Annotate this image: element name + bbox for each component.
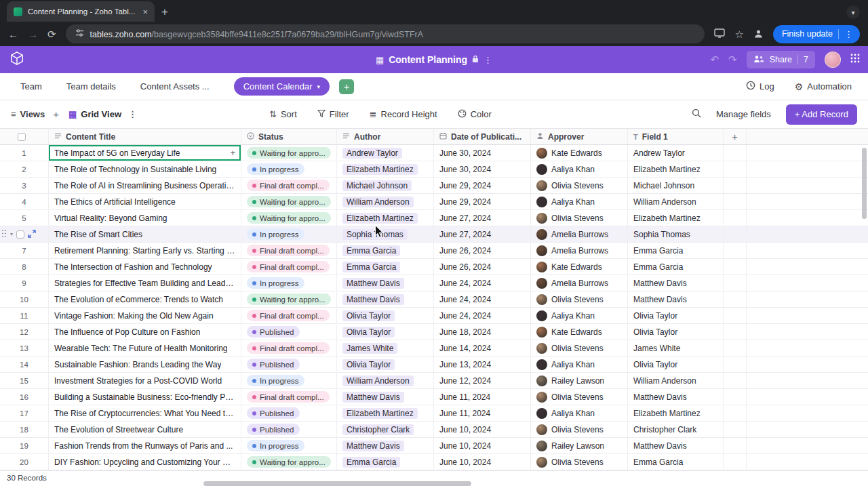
content-title-cell[interactable]: Sustainable Fashion: Brands Leading the …: [49, 357, 241, 372]
address-bar[interactable]: tables.zoho.com/basgewvgceb3584bffe9411e…: [66, 24, 705, 43]
date-cell[interactable]: June 27, 2024: [434, 226, 531, 242]
author-cell[interactable]: Sophia Thomas: [337, 226, 434, 242]
status-cell[interactable]: Final draft compl...: [241, 389, 337, 405]
table-tab-team[interactable]: Team: [20, 81, 42, 92]
field1-cell[interactable]: Olivia Taylor: [628, 324, 724, 340]
column-header-content-title[interactable]: Content Title: [49, 129, 241, 144]
status-cell[interactable]: In progress: [241, 226, 337, 242]
content-title-cell[interactable]: The Evolution of eCommerce: Trends to Wa…: [49, 291, 241, 307]
date-cell[interactable]: June 30, 2024: [434, 145, 531, 161]
field1-cell[interactable]: Michael Johnson: [628, 178, 724, 193]
row-number[interactable]: 15: [0, 373, 49, 388]
status-cell[interactable]: Waiting for appro...: [241, 145, 337, 161]
approver-cell[interactable]: Kate Edwards: [531, 145, 628, 161]
finish-update-menu-icon[interactable]: ⋮: [844, 29, 856, 39]
table-row[interactable]: 20DIY Fashion: Upcycling and Customizing…: [0, 454, 868, 470]
content-title-cell[interactable]: The Rise of Cryptocurrencies: What You N…: [49, 405, 241, 421]
row-number[interactable]: 10: [0, 291, 49, 307]
content-title-cell[interactable]: Wearable Tech: The Future of Health Moni…: [49, 340, 241, 356]
content-title-cell[interactable]: The Evolution of Streetwear Culture: [49, 422, 241, 437]
field1-cell[interactable]: Matthew Davis: [628, 438, 724, 453]
cast-icon[interactable]: [714, 28, 725, 39]
redo-icon[interactable]: ↷: [728, 54, 737, 66]
column-header-date-of-publicati[interactable]: Date of Publicati...: [434, 129, 531, 144]
status-cell[interactable]: In progress: [241, 438, 337, 453]
content-title-cell[interactable]: The Role of Technology in Sustainable Li…: [49, 161, 241, 177]
author-cell[interactable]: James White: [337, 340, 434, 356]
row-number[interactable]: 18: [0, 422, 49, 437]
row-number[interactable]: 3: [0, 178, 49, 193]
base-menu-kebab-icon[interactable]: ⋮: [484, 55, 492, 65]
field1-cell[interactable]: Christopher Clark: [628, 422, 724, 437]
table-row[interactable]: 1The Impact of 5G on Everyday Life+Waiti…: [0, 145, 868, 161]
row-number[interactable]: 13: [0, 340, 49, 356]
field1-cell[interactable]: Olivia Taylor: [628, 308, 724, 323]
row-number[interactable]: 9: [0, 275, 49, 291]
row-number[interactable]: 5: [0, 210, 49, 226]
status-cell[interactable]: Final draft compl...: [241, 259, 337, 274]
table-row[interactable]: 7Retirement Planning: Starting Early vs.…: [0, 243, 868, 259]
table-tab-content-assets[interactable]: Content Assets ...: [140, 81, 210, 92]
forward-button[interactable]: →: [28, 29, 38, 39]
status-cell[interactable]: In progress: [241, 373, 337, 388]
status-cell[interactable]: In progress: [241, 275, 337, 291]
field1-cell[interactable]: Andrew Taylor: [628, 145, 724, 161]
horizontal-scrollbar[interactable]: [203, 481, 471, 486]
date-cell[interactable]: June 13, 2024: [434, 357, 531, 372]
add-table-button[interactable]: +: [339, 79, 354, 94]
column-header-status[interactable]: Status: [241, 129, 337, 144]
table-row[interactable]: 3The Role of AI in Streamlining Business…: [0, 178, 868, 194]
expand-cell-plus-icon[interactable]: +: [230, 148, 235, 158]
status-cell[interactable]: Published: [241, 357, 337, 372]
content-title-cell[interactable]: Virtual Reality: Beyond Gaming: [49, 210, 241, 226]
author-cell[interactable]: Olivia Taylor: [337, 308, 434, 323]
approver-cell[interactable]: Olivia Stevens: [531, 389, 628, 405]
approver-cell[interactable]: Amelia Burrows: [531, 275, 628, 291]
field1-cell[interactable]: Elizabeth Martinez: [628, 405, 724, 421]
date-cell[interactable]: June 27, 2024: [434, 210, 531, 226]
table-row[interactable]: 2The Role of Technology in Sustainable L…: [0, 161, 868, 178]
date-cell[interactable]: June 29, 2024: [434, 178, 531, 193]
content-title-cell[interactable]: Strategies for Effective Team Building a…: [49, 275, 241, 291]
table-row[interactable]: 10The Evolution of eCommerce: Trends to …: [0, 291, 868, 308]
field1-cell[interactable]: Matthew Davis: [628, 389, 724, 405]
content-title-cell[interactable]: The Rise of Smart Cities: [49, 226, 241, 242]
row-checkbox[interactable]: [16, 230, 24, 239]
date-cell[interactable]: June 10, 2024: [434, 454, 531, 470]
status-cell[interactable]: Waiting for appro...: [241, 454, 337, 470]
back-button[interactable]: ←: [8, 29, 18, 39]
status-cell[interactable]: Published: [241, 422, 337, 437]
table-row[interactable]: 13Wearable Tech: The Future of Health Mo…: [0, 340, 868, 357]
table-tab-team-details[interactable]: Team details: [66, 81, 116, 92]
tab-overview-chevron-icon[interactable]: ▾: [846, 5, 860, 19]
expand-record-icon[interactable]: [28, 230, 36, 239]
row-number[interactable]: 8: [0, 259, 49, 274]
author-cell[interactable]: Olivia Taylor: [337, 324, 434, 340]
apps-grid-icon[interactable]: [850, 54, 860, 66]
table-row[interactable]: 17The Rise of Cryptocurrencies: What You…: [0, 405, 868, 422]
row-number[interactable]: 17: [0, 405, 49, 421]
table-tab-content-calendar[interactable]: Content Calendar▾: [234, 77, 330, 96]
author-cell[interactable]: Olivia Taylor: [337, 357, 434, 372]
sort-button[interactable]: ⇅ Sort: [269, 109, 297, 119]
author-cell[interactable]: Michael Johnson: [337, 178, 434, 193]
status-cell[interactable]: In progress: [241, 161, 337, 177]
status-cell[interactable]: Final draft compl...: [241, 308, 337, 323]
new-tab-button[interactable]: +: [161, 5, 168, 19]
author-cell[interactable]: Emma Garcia: [337, 454, 434, 470]
field1-cell[interactable]: Matthew Davis: [628, 291, 724, 307]
column-header-approver[interactable]: Approver: [531, 129, 628, 144]
undo-icon[interactable]: ↶: [711, 54, 719, 66]
table-row[interactable]: 12The Influence of Pop Culture on Fashio…: [0, 324, 868, 340]
date-cell[interactable]: June 26, 2024: [434, 259, 531, 274]
field1-cell[interactable]: Emma Garcia: [628, 454, 724, 470]
author-cell[interactable]: Matthew Davis: [337, 275, 434, 291]
share-button[interactable]: Share 7: [747, 51, 815, 68]
grid-view-selector[interactable]: ▦ Grid View ⋮: [68, 109, 137, 119]
author-cell[interactable]: Emma Garcia: [337, 259, 434, 274]
approver-cell[interactable]: Amelia Burrows: [531, 243, 628, 258]
automation-button[interactable]: ⚙ Automation: [795, 81, 852, 92]
approver-cell[interactable]: Kate Edwards: [531, 259, 628, 274]
reload-button[interactable]: ⟳: [47, 29, 56, 39]
user-avatar[interactable]: [825, 52, 841, 68]
